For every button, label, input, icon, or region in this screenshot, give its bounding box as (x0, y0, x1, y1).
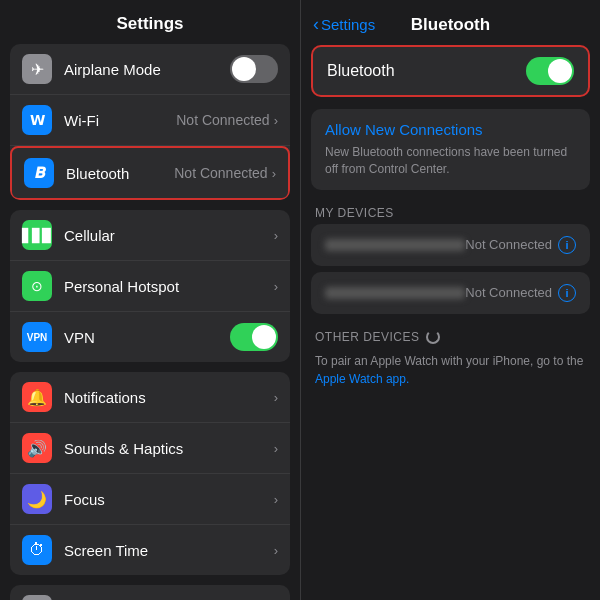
notifications-row[interactable]: 🔔 Notifications › (10, 372, 290, 423)
general-icon: ⚙ (22, 595, 52, 600)
bluetooth-detail-content: Bluetooth Allow New Connections New Blue… (301, 45, 600, 388)
device-1-info-icon[interactable]: i (558, 236, 576, 254)
hotspot-label: Personal Hotspot (64, 278, 274, 295)
bluetooth-detail-panel: ‹ Settings Bluetooth Bluetooth Allow New… (300, 0, 600, 600)
wifi-row[interactable]: 𝗪 Wi-Fi Not Connected › (10, 95, 290, 146)
screentime-row[interactable]: ⏱ Screen Time › (10, 525, 290, 575)
vpn-label: VPN (64, 329, 230, 346)
sounds-chevron: › (274, 441, 278, 456)
my-devices-header: MY DEVICES (311, 196, 590, 224)
airplane-icon: ✈ (22, 54, 52, 84)
settings-group-1: ✈ Airplane Mode 𝗪 Wi-Fi Not Connected › … (10, 44, 290, 200)
device-1-row[interactable]: Not Connected i (311, 224, 590, 266)
focus-icon: 🌙 (22, 484, 52, 514)
bluetooth-row[interactable]: 𝘽 Bluetooth Not Connected › (10, 146, 290, 200)
allow-connections-box[interactable]: Allow New Connections New Bluetooth conn… (311, 109, 590, 190)
wifi-value: Not Connected (176, 112, 269, 128)
notifications-label: Notifications (64, 389, 274, 406)
hotspot-chevron: › (274, 279, 278, 294)
sounds-icon: 🔊 (22, 433, 52, 463)
notifications-icon: 🔔 (22, 382, 52, 412)
general-row[interactable]: ⚙ General › (10, 585, 290, 600)
vpn-toggle[interactable] (230, 323, 278, 351)
back-chevron-icon: ‹ (313, 14, 319, 35)
settings-title: Settings (0, 0, 300, 44)
wifi-label: Wi-Fi (64, 112, 176, 129)
airplane-label: Airplane Mode (64, 61, 230, 78)
settings-group-3: 🔔 Notifications › 🔊 Sounds & Haptics › 🌙… (10, 372, 290, 575)
settings-group-2: ▋▊▉ Cellular › ⊙ Personal Hotspot › VPN … (10, 210, 290, 362)
cellular-chevron: › (274, 228, 278, 243)
pair-info-main: To pair an Apple Watch with your iPhone,… (315, 354, 583, 368)
hotspot-icon: ⊙ (22, 271, 52, 301)
focus-row[interactable]: 🌙 Focus › (10, 474, 290, 525)
bluetooth-toggle-thumb (548, 59, 572, 83)
other-devices-section-header: OTHER DEVICES (311, 320, 590, 348)
vpn-row[interactable]: VPN VPN (10, 312, 290, 362)
back-button[interactable]: ‹ Settings (313, 14, 375, 35)
device-2-row[interactable]: Not Connected i (311, 272, 590, 314)
other-devices-label: OTHER DEVICES (315, 330, 420, 344)
notifications-chevron: › (274, 390, 278, 405)
cellular-row[interactable]: ▋▊▉ Cellular › (10, 210, 290, 261)
cellular-icon: ▋▊▉ (22, 220, 52, 250)
bluetooth-label: Bluetooth (66, 165, 174, 182)
right-header: ‹ Settings Bluetooth (301, 0, 600, 45)
cellular-label: Cellular (64, 227, 274, 244)
bluetooth-icon: 𝘽 (24, 158, 54, 188)
focus-chevron: › (274, 492, 278, 507)
allow-connections-desc: New Bluetooth connections have been turn… (325, 144, 576, 178)
device-1-status: Not Connected (465, 237, 552, 252)
sounds-label: Sounds & Haptics (64, 440, 274, 457)
airplane-toggle[interactable] (230, 55, 278, 83)
device-1-name (325, 239, 465, 251)
device-2-info-icon[interactable]: i (558, 284, 576, 302)
screentime-icon: ⏱ (22, 535, 52, 565)
scanning-spinner (426, 330, 440, 344)
vpn-toggle-thumb (252, 325, 276, 349)
sounds-row[interactable]: 🔊 Sounds & Haptics › (10, 423, 290, 474)
back-label: Settings (321, 16, 375, 33)
pair-info-text: To pair an Apple Watch with your iPhone,… (311, 348, 590, 388)
settings-group-4: ⚙ General › 🎛 Control Center › ☀ Display… (10, 585, 290, 600)
bluetooth-toggle-label: Bluetooth (327, 62, 526, 80)
screentime-chevron: › (274, 543, 278, 558)
bluetooth-toggle-row[interactable]: Bluetooth (311, 45, 590, 97)
device-2-name (325, 287, 465, 299)
allow-connections-title: Allow New Connections (325, 121, 576, 138)
bluetooth-chevron: › (272, 166, 276, 181)
device-2-status: Not Connected (465, 285, 552, 300)
airplane-toggle-thumb (232, 57, 256, 81)
focus-label: Focus (64, 491, 274, 508)
vpn-icon: VPN (22, 322, 52, 352)
wifi-chevron: › (274, 113, 278, 128)
airplane-mode-row[interactable]: ✈ Airplane Mode (10, 44, 290, 95)
apple-watch-link[interactable]: Apple Watch app. (315, 372, 409, 386)
wifi-icon: 𝗪 (22, 105, 52, 135)
bluetooth-value: Not Connected (174, 165, 267, 181)
bluetooth-main-toggle[interactable] (526, 57, 574, 85)
hotspot-row[interactable]: ⊙ Personal Hotspot › (10, 261, 290, 312)
screentime-label: Screen Time (64, 542, 274, 559)
settings-panel: Settings ✈ Airplane Mode 𝗪 Wi-Fi Not Con… (0, 0, 300, 600)
bluetooth-detail-title: Bluetooth (411, 15, 490, 35)
